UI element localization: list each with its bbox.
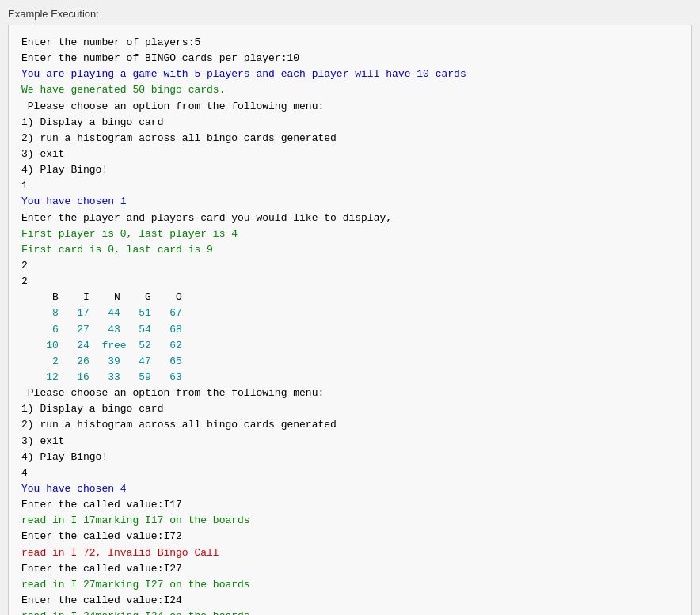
terminal-line: 12 16 33 59 63 — [21, 370, 679, 385]
terminal-line: Enter the number of players:5 — [21, 35, 679, 51]
terminal-line: read in I 72, Invalid Bingo Call — [21, 545, 679, 561]
terminal-line: You have chosen 4 — [21, 481, 679, 497]
terminal-line: 6 27 43 54 68 — [21, 322, 679, 338]
terminal-line: You are playing a game with 5 players an… — [21, 66, 679, 82]
terminal: Enter the number of players:5Enter the n… — [8, 25, 692, 615]
terminal-line: 2 26 39 47 65 — [21, 354, 679, 370]
terminal-line: 8 17 44 51 67 — [21, 306, 679, 321]
terminal-line: 1 — [21, 178, 679, 194]
terminal-line: Please choose an option from the followi… — [21, 99, 679, 115]
terminal-line: Enter the called value:I72 — [21, 529, 679, 545]
terminal-line: Enter the called value:I24 — [21, 593, 679, 609]
terminal-line: 1) Display a bingo card — [21, 115, 679, 131]
terminal-line: 4 — [21, 465, 679, 481]
terminal-line: read in I 27marking I27 on the boards — [21, 577, 679, 593]
terminal-line: 4) Play Bingo! — [21, 450, 679, 465]
terminal-line: 2) run a histogram across all bingo card… — [21, 417, 679, 433]
terminal-line: First card is 0, last card is 9 — [21, 242, 679, 258]
terminal-line: 2 — [21, 258, 679, 274]
terminal-line: 3) exit — [21, 146, 679, 162]
terminal-line: 4) Play Bingo! — [21, 162, 679, 178]
terminal-line: 3) exit — [21, 434, 679, 450]
terminal-line: First player is 0, last player is 4 — [21, 226, 679, 242]
terminal-line: Enter the number of BINGO cards per play… — [21, 51, 679, 66]
terminal-line: Please choose an option from the followi… — [21, 385, 679, 401]
terminal-line: B I N G O — [21, 290, 679, 306]
terminal-line: Enter the called value:I27 — [21, 561, 679, 577]
section-label: Example Execution: — [8, 8, 692, 20]
terminal-line: Enter the called value:I17 — [21, 497, 679, 513]
terminal-line: We have generated 50 bingo cards. — [21, 82, 679, 98]
terminal-line: 10 24 free 52 62 — [21, 338, 679, 354]
terminal-line: You have chosen 1 — [21, 194, 679, 210]
terminal-line: 2 — [21, 274, 679, 290]
terminal-line: 2) run a histogram across all bingo card… — [21, 131, 679, 146]
terminal-line: 1) Display a bingo card — [21, 401, 679, 417]
terminal-line: Enter the player and players card you wo… — [21, 211, 679, 226]
terminal-line: read in I 17marking I17 on the boards — [21, 513, 679, 529]
terminal-line: read in I 24marking I24 on the boards — [21, 609, 679, 615]
